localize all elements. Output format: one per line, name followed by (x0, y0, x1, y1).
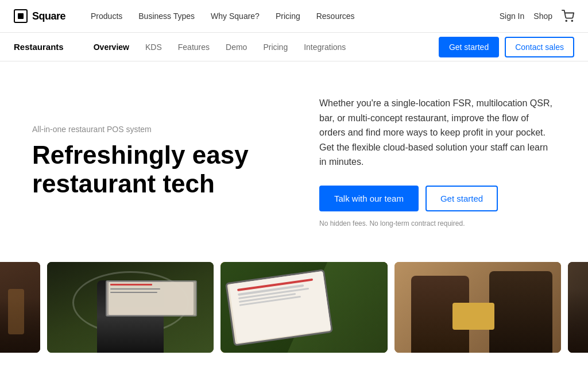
subnav-features[interactable]: Features (171, 39, 216, 55)
photo-item-2 (220, 262, 387, 353)
nav-resources[interactable]: Resources (310, 7, 362, 25)
logo-wordmark: Square (32, 10, 65, 22)
photo-item-4 (568, 262, 588, 353)
sub-nav-links: Overview KDS Features Demo Pricing Integ… (87, 39, 439, 55)
sub-navigation: Restaurants Overview KDS Features Demo P… (0, 33, 588, 61)
logo[interactable]: Square (14, 9, 65, 23)
cart-icon[interactable] (562, 10, 574, 22)
shop-link[interactable]: Shop (533, 11, 552, 21)
nav-business-types[interactable]: Business Types (131, 7, 202, 25)
svg-point-1 (571, 20, 572, 21)
hero-description: Whether you're a single-location FSR, mu… (319, 96, 556, 169)
nav-why-square[interactable]: Why Square? (204, 7, 266, 25)
hero-left: All-in-one restaurant POS system Refresh… (32, 125, 273, 199)
sign-in-link[interactable]: Sign In (500, 11, 525, 21)
hero-note: No hidden fees. No long-term contract re… (319, 219, 556, 227)
logo-icon (14, 9, 28, 23)
hero-subtitle: All-in-one restaurant POS system (32, 125, 273, 134)
subnav-kds[interactable]: KDS (138, 39, 169, 55)
subnav-demo[interactable]: Demo (219, 39, 254, 55)
photo-item-1 (47, 262, 214, 353)
subnav-overview[interactable]: Overview (87, 39, 136, 55)
subnav-pricing[interactable]: Pricing (256, 39, 295, 55)
hero-section: All-in-one restaurant POS system Refresh… (18, 61, 570, 256)
hero-title: Refreshingly easy restaurant tech (32, 141, 273, 199)
hero-right: Whether you're a single-location FSR, mu… (319, 96, 556, 227)
subnav-integrations[interactable]: Integrations (297, 39, 353, 55)
nav-pricing[interactable]: Pricing (269, 7, 307, 25)
hero-buttons: Talk with our team Get started (319, 186, 556, 211)
nav-right-area: Sign In Shop (500, 10, 574, 22)
photo-item-0 (0, 262, 40, 353)
photo-strip (0, 262, 588, 353)
talk-with-team-button[interactable]: Talk with our team (319, 186, 419, 211)
hero-get-started-button[interactable]: Get started (425, 186, 498, 211)
nav-products[interactable]: Products (84, 7, 129, 25)
photo-item-3 (394, 262, 561, 353)
svg-point-0 (566, 20, 567, 21)
main-nav-links: Products Business Types Why Square? Pric… (84, 7, 500, 25)
top-navigation: Square Products Business Types Why Squar… (0, 0, 588, 33)
contact-sales-button[interactable]: Contact sales (505, 37, 574, 57)
sub-nav-brand: Restaurants (14, 42, 64, 52)
sub-nav-actions: Get started Contact sales (439, 37, 574, 57)
get-started-button[interactable]: Get started (439, 37, 499, 57)
